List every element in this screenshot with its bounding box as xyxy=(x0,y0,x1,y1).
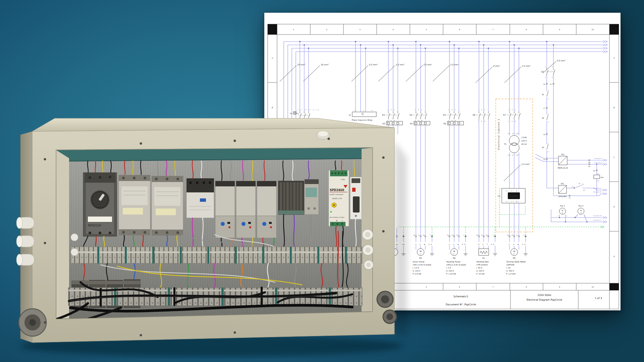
node-number: 27 xyxy=(543,108,545,109)
terminal-labels: U1 V1 W1 xyxy=(508,133,520,134)
gauge-label: 1.5 mm² xyxy=(521,163,530,165)
terminal-labels: 1 3 5 xyxy=(508,109,517,111)
transformer-t1: U1 V1 W1 T1 2 kVA 220 V 60 Hz U2 V2 W2 xyxy=(504,133,527,188)
col-label: 7 xyxy=(492,286,493,288)
terminal-label: A2 xyxy=(597,180,599,182)
dc-symbol: = xyxy=(580,212,582,214)
load-power: P: 15 kW xyxy=(476,273,485,275)
breaker-d1: 1 3 D1 2 4 xyxy=(541,66,555,78)
node-label: T xyxy=(492,234,494,236)
component-tag: T1 xyxy=(504,143,507,145)
col-label: 8 xyxy=(526,286,527,288)
xref-arrow-icon xyxy=(603,189,607,195)
row-label: C xyxy=(613,156,615,158)
psu-rt2: RT2 MDR-20-24 90 91 Schematic2:A Schemat… xyxy=(535,154,607,169)
terminal-labels: 2 4 6 xyxy=(448,120,457,121)
terminal-label: 18 xyxy=(583,190,585,191)
gauge-label: 0.5 mm² xyxy=(369,63,378,66)
node-label: T xyxy=(523,234,524,236)
col-label: 10 xyxy=(592,286,594,288)
load-model: HTR-100001 xyxy=(476,264,488,266)
load-tag: M3 xyxy=(419,257,422,259)
contact-number: 82 xyxy=(542,117,544,119)
gauge-label: 2.5 mm² xyxy=(396,63,405,66)
contactor-large xyxy=(152,176,183,236)
load-model: CMP50M xyxy=(506,264,515,266)
psu-rating: 24VDC-0.5A xyxy=(332,198,342,199)
terminal-label: 15 xyxy=(572,186,574,188)
xref-label: Schematic2:B-1 xyxy=(593,191,602,193)
col-label: 10 xyxy=(592,28,594,31)
breaker-model: MPW100 xyxy=(88,224,101,227)
controller-c1: 8888 C1 U1 V1 W1 U2 V2 W2 xyxy=(498,188,525,236)
bus-arrow-icon xyxy=(603,41,607,53)
col-label: 9 xyxy=(559,286,560,288)
teal-background: 1 2 3 4 5 6 7 8 9 10 5 6 7 8 9 10 A B C … xyxy=(0,0,644,362)
motor-symbol: M xyxy=(513,250,515,252)
fan-label: Fan 1 xyxy=(560,205,565,207)
locknut xyxy=(71,248,78,256)
xref-arrow-icon xyxy=(603,159,607,165)
cpu-module xyxy=(305,179,319,215)
col-label: 4 xyxy=(392,28,393,31)
col-label: 7 xyxy=(492,28,493,31)
cabinet2-label: Electrical Cabinet 2 xyxy=(497,118,500,149)
phase-symbol: 3~ xyxy=(513,253,516,255)
row-label: A xyxy=(272,57,273,59)
interface-relay-bank xyxy=(278,181,304,215)
row-label: D xyxy=(613,206,615,208)
right-gland-cluster xyxy=(362,229,373,269)
load-voltage: U: 220 V xyxy=(446,270,454,272)
contactor-large xyxy=(119,175,150,235)
schematic-title: Schematic1 xyxy=(453,295,468,298)
terminal-label: 1 xyxy=(548,143,549,144)
diagram-name: Electrical Diagram PopCircle xyxy=(527,298,562,301)
col-label: 6 xyxy=(459,286,460,288)
terminal-label: 3 xyxy=(552,66,553,68)
node-number: 19 xyxy=(507,234,508,236)
load-current: I: 5 A xyxy=(446,267,451,269)
psu-model: SPD2460 xyxy=(330,188,344,192)
terminal-label: 1 xyxy=(557,216,558,217)
fans: Fan 1 M = Fan 2 M = 1 2 1 2 Schematic2:B… xyxy=(551,205,607,223)
contactor-k6: 1 3 5 K6 2 4 6 xyxy=(473,109,490,236)
load-voltage: U: 220 V xyxy=(476,270,484,272)
col-label: 8 xyxy=(526,28,527,31)
mini-contactor xyxy=(186,178,214,218)
load-power: P: 1.4 kVA xyxy=(506,273,516,275)
row-label: B xyxy=(272,107,273,109)
node-number: 13 xyxy=(447,234,448,236)
node-label: T xyxy=(463,234,464,236)
phase-symbol: 3~ xyxy=(453,253,455,255)
component-tag: RT1 xyxy=(561,183,564,185)
load-r1: 16 17 18 T R S T PE R1 Heating Box HTR-1… xyxy=(476,234,497,275)
node-number: 29 xyxy=(543,159,545,161)
pe-bus xyxy=(398,226,604,236)
col-label: 9 xyxy=(559,28,560,31)
terminal-label: 4 xyxy=(552,77,553,78)
corner-mark xyxy=(609,283,619,290)
terminal-label: 1 xyxy=(548,90,549,91)
cabinet-side-shadow xyxy=(394,141,407,337)
interior-left-wall xyxy=(56,150,69,319)
component-model: MDR-20-24 xyxy=(558,167,568,169)
col-label: 5 xyxy=(426,286,427,288)
load-tag: M5 xyxy=(513,257,516,259)
node-number: 26 xyxy=(543,83,545,85)
psu-terminal-labels: N L xyxy=(336,220,345,222)
xref-arrow-icon xyxy=(603,217,607,223)
node-number: 15 xyxy=(456,234,458,236)
node-label: T xyxy=(429,234,431,236)
xref-label: Schematic2:A-1 xyxy=(593,220,602,221)
terminal-label: A1 xyxy=(597,173,599,175)
load-power: P: 1.28 kW xyxy=(446,273,456,275)
small-contactor-overload xyxy=(257,181,276,238)
xref-label: Schematic2:A-1 xyxy=(593,188,602,189)
load-voltage: U: 380 V xyxy=(506,270,514,272)
terminal-labels: 2 4 6 xyxy=(415,120,423,121)
node-number: 14 xyxy=(451,234,453,236)
contactor-k5: 1 3 5 K5 E5 2 4 6 xyxy=(443,109,464,236)
row-label: E xyxy=(613,255,614,257)
load-current: I: 3A xyxy=(506,267,511,269)
load-current: I: 40 A xyxy=(476,267,482,269)
